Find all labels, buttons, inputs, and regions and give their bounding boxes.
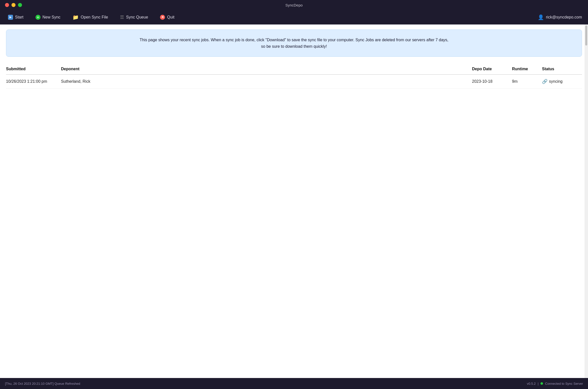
- new-sync-icon: +: [36, 15, 40, 20]
- traffic-lights: [5, 3, 22, 7]
- cell-deponent: Sutherland, Rick: [61, 74, 472, 88]
- footer: [Thu, 26 Oct 2023 20:21:10 GMT] Queue Re…: [0, 378, 588, 389]
- app-title: SyncDepo: [285, 3, 302, 7]
- table-row: 10/26/2023 1:21:00 pmSutherland, Rick202…: [6, 74, 582, 88]
- quit-icon: ✕: [160, 15, 165, 20]
- col-header-status: Status: [542, 64, 582, 74]
- cell-submitted: 10/26/2023 1:21:00 pm: [6, 74, 61, 88]
- footer-version: v0.5.2: [527, 382, 536, 386]
- footer-status-text: [Thu, 26 Oct 2023 20:21:10 GMT] Queue Re…: [5, 382, 80, 386]
- server-status-dot: [540, 382, 543, 385]
- sync-jobs-table: Submitted Deponent Depo Date Runtime Sta…: [6, 64, 582, 88]
- menu-item-sync-queue[interactable]: ☰ Sync Queue: [118, 13, 150, 22]
- minimize-button[interactable]: [12, 3, 16, 7]
- list-icon: ☰: [120, 14, 124, 20]
- info-banner-text: This page shows your recent sync jobs. W…: [14, 37, 574, 50]
- banner-line2: so be sure to download them quickly!: [261, 44, 327, 48]
- menu-bar-left: ▶ Start + New Sync 📁 Open Sync File ☰ Sy…: [6, 13, 176, 22]
- syncing-link-icon: 🔗: [542, 79, 548, 84]
- user-email: rick@syncdepo.com: [546, 15, 582, 20]
- menu-bar: ▶ Start + New Sync 📁 Open Sync File ☰ Sy…: [0, 10, 588, 24]
- menu-bar-right: 👤 rick@syncdepo.com: [538, 14, 582, 20]
- separator: |: [538, 382, 538, 386]
- menu-new-sync-label: New Sync: [42, 15, 60, 20]
- cell-runtime: 9m: [512, 74, 542, 88]
- main-content: This page shows your recent sync jobs. W…: [0, 24, 588, 378]
- menu-open-sync-label: Open Sync File: [81, 15, 108, 20]
- col-header-submitted: Submitted: [6, 64, 61, 74]
- table-header-row: Submitted Deponent Depo Date Runtime Sta…: [6, 64, 582, 74]
- cell-depo-date: 2023-10-18: [472, 74, 512, 88]
- scrollbar-track[interactable]: [584, 24, 588, 378]
- col-header-deponent: Deponent: [61, 64, 472, 74]
- title-bar: SyncDepo: [0, 0, 588, 10]
- maximize-button[interactable]: [18, 3, 22, 7]
- cell-status: 🔗syncing: [542, 74, 582, 88]
- menu-sync-queue-label: Sync Queue: [126, 15, 148, 20]
- menu-item-quit[interactable]: ✕ Quit: [158, 13, 176, 21]
- server-status-text: Connected to Sync Server: [545, 382, 583, 386]
- menu-quit-label: Quit: [167, 15, 174, 20]
- close-button[interactable]: [5, 3, 9, 7]
- col-header-runtime: Runtime: [512, 64, 542, 74]
- folder-icon: 📁: [72, 14, 79, 20]
- user-icon: 👤: [538, 14, 544, 20]
- footer-right: v0.5.2 | Connected to Sync Server: [527, 382, 583, 386]
- menu-start-label: Start: [15, 15, 24, 20]
- menu-item-new-sync[interactable]: + New Sync: [34, 13, 62, 21]
- scrollbar-thumb[interactable]: [585, 26, 587, 46]
- banner-line1: This page shows your recent sync jobs. W…: [140, 38, 448, 42]
- menu-item-start[interactable]: ▶ Start: [6, 13, 26, 21]
- status-badge: syncing: [549, 79, 562, 84]
- info-banner: This page shows your recent sync jobs. W…: [6, 30, 582, 57]
- menu-item-open-sync-file[interactable]: 📁 Open Sync File: [70, 13, 110, 22]
- col-header-depo-date: Depo Date: [472, 64, 512, 74]
- start-icon: ▶: [8, 15, 13, 20]
